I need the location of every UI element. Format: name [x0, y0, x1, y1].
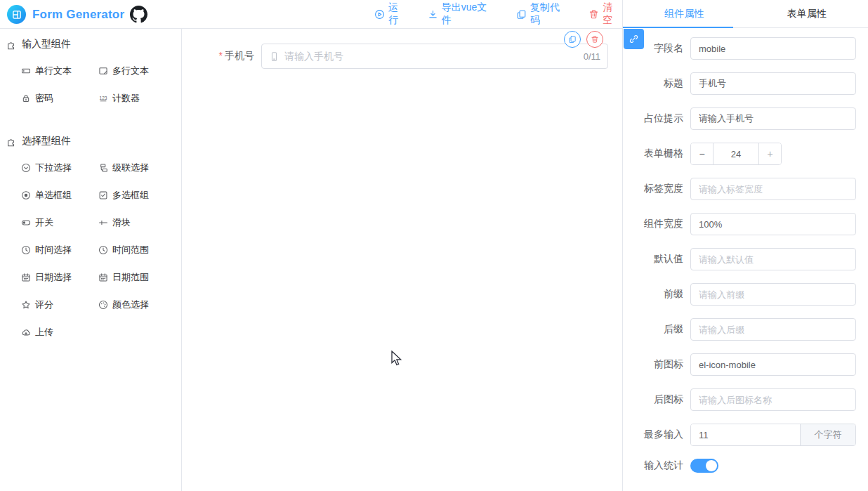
component-switch[interactable]: 开关 — [21, 209, 98, 236]
suffix-input[interactable] — [690, 318, 856, 341]
section-title-label: 选择型组件 — [22, 135, 71, 148]
placeholder-input[interactable] — [690, 107, 856, 130]
label-width-input[interactable] — [690, 178, 856, 200]
component-single-line-text[interactable]: 单行文本 — [21, 57, 98, 84]
prop-row-suffix: 后缀 — [623, 318, 856, 341]
component-date-picker[interactable]: 日期选择 — [21, 263, 98, 291]
toolbar: 运行 导出vue文件 复制代码 清空 — [374, 0, 622, 28]
clear-button[interactable]: 清空 — [588, 1, 622, 27]
required-asterisk: * — [219, 50, 223, 61]
component-checkbox-group[interactable]: 多选框组 — [98, 181, 176, 209]
component-label: 多行文本 — [112, 65, 149, 77]
mobile-field-input[interactable]: 0/11 — [261, 44, 608, 69]
delete-item-button[interactable] — [586, 31, 603, 48]
date-icon — [21, 273, 31, 282]
copy-item-button[interactable] — [564, 31, 581, 48]
prop-label: 后缀 — [623, 323, 690, 336]
color-picker-icon — [98, 300, 108, 310]
prop-label: 输入统计 — [623, 459, 690, 472]
component-upload[interactable]: 上传 — [21, 318, 98, 346]
field-name-input[interactable] — [690, 37, 856, 60]
panel-body: 字段名 标题 占位提示 表单栅格 − 24 + 标签宽度 组件宽度 — [623, 28, 868, 473]
component-label: 开关 — [35, 216, 53, 229]
component-time-range[interactable]: 时间范围 — [98, 236, 176, 263]
export-vue-button[interactable]: 导出vue文件 — [428, 1, 497, 27]
run-button[interactable]: 运行 — [374, 1, 408, 27]
drawing-board[interactable]: *手机号 0/11 — [183, 29, 622, 491]
component-slider[interactable]: 滑块 — [98, 209, 176, 236]
component-color-picker[interactable]: 颜色选择 — [98, 291, 176, 318]
password-icon — [21, 93, 31, 103]
mobile-input[interactable] — [284, 51, 578, 62]
copy-code-button-label: 复制代码 — [530, 1, 570, 27]
tab-component-properties[interactable]: 组件属性 — [623, 0, 746, 27]
component-counter[interactable]: 123 计数器 — [98, 84, 176, 112]
link-icon[interactable] — [624, 29, 644, 49]
slider-icon — [98, 218, 108, 228]
max-length-input[interactable] — [691, 424, 800, 445]
prop-row-title: 标题 — [623, 72, 856, 95]
counter-icon: 123 — [98, 93, 108, 103]
component-label: 时间范围 — [112, 244, 149, 256]
app-title: Form Generator — [32, 8, 124, 22]
section-input-components: 输入型组件 — [6, 37, 181, 51]
mobile-icon — [269, 51, 280, 62]
app-logo: Form Generator — [7, 5, 124, 24]
toggle-knob — [706, 460, 717, 471]
component-rate[interactable]: 评分 — [21, 291, 98, 318]
component-password[interactable]: 密码 — [21, 84, 98, 112]
field-label-text: 手机号 — [225, 50, 254, 61]
word-limit-toggle[interactable] — [690, 459, 718, 473]
suffix-icon-input[interactable] — [690, 388, 856, 411]
component-label: 时间选择 — [35, 244, 72, 256]
puzzle-icon — [6, 39, 17, 50]
drawing-item-mobile-field[interactable]: *手机号 0/11 — [183, 29, 622, 81]
time-icon — [98, 245, 108, 255]
section-select-components: 选择型组件 — [6, 134, 181, 148]
prefix-icon-input[interactable] — [690, 353, 856, 376]
component-label: 日期范围 — [112, 271, 149, 284]
export-vue-button-label: 导出vue文件 — [442, 1, 497, 27]
stepper-value[interactable]: 24 — [714, 143, 758, 164]
input-components-grid: 单行文本 多行文本 密码 123 计数器 — [21, 57, 181, 112]
copy-code-button[interactable]: 复制代码 — [516, 1, 570, 27]
active-tab-indicator — [623, 27, 733, 28]
stepper-increase-button[interactable]: + — [758, 143, 781, 164]
component-textarea[interactable]: 多行文本 — [98, 57, 176, 84]
svg-text:123: 123 — [100, 95, 107, 100]
component-date-range[interactable]: 日期范围 — [98, 263, 176, 291]
panel-tabs: 组件属性 表单属性 — [623, 0, 868, 28]
component-select[interactable]: 下拉选择 — [21, 154, 98, 181]
app-header: Form Generator 运行 导出vue文件 复制代码 清空 — [0, 0, 622, 29]
run-button-label: 运行 — [388, 1, 408, 27]
component-label: 滑块 — [112, 216, 131, 229]
tab-form-properties[interactable]: 表单属性 — [746, 0, 868, 27]
component-label: 密码 — [35, 92, 53, 105]
component-label: 上传 — [35, 326, 53, 339]
component-label: 下拉选择 — [35, 162, 72, 174]
max-length-group: 个字符 — [690, 424, 856, 446]
component-time-picker[interactable]: 时间选择 — [21, 236, 98, 263]
component-label: 日期选择 — [35, 271, 72, 284]
component-cascader[interactable]: 级联选择 — [98, 154, 176, 181]
checkbox-group-icon — [98, 190, 108, 200]
title-input[interactable] — [690, 72, 856, 95]
github-icon[interactable] — [130, 6, 147, 23]
trash-icon — [588, 9, 599, 20]
max-length-unit: 个字符 — [800, 424, 855, 445]
play-circle-icon — [374, 9, 385, 20]
component-label: 单选框组 — [35, 189, 72, 202]
prop-label: 前图标 — [623, 358, 690, 371]
prefix-input[interactable] — [690, 283, 856, 306]
field-label: *手机号 — [183, 50, 261, 63]
prop-label: 组件宽度 — [623, 218, 690, 230]
cascader-icon — [98, 163, 108, 173]
components-sidebar: 输入型组件 单行文本 多行文本 密码 123 计数器 选择型组件 下拉选择 级联 — [0, 29, 182, 491]
component-radio-group[interactable]: 单选框组 — [21, 181, 98, 209]
grid-span-stepper: − 24 + — [690, 143, 782, 165]
puzzle-icon — [6, 136, 17, 147]
stepper-decrease-button[interactable]: − — [691, 143, 714, 164]
component-width-input[interactable] — [690, 213, 856, 235]
form-row: *手机号 0/11 — [183, 44, 608, 69]
default-value-input[interactable] — [690, 248, 856, 270]
